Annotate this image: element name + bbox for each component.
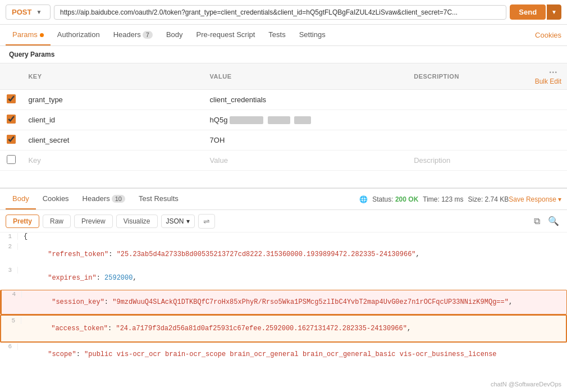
redacted-1 — [230, 116, 263, 124]
row2-key: client_id — [22, 110, 204, 130]
view-raw-button[interactable]: Raw — [43, 215, 71, 228]
method-label: POST — [12, 8, 31, 16]
col-description: DESCRIPTION — [408, 63, 522, 90]
col-actions: ··· Bulk Edit — [522, 63, 567, 90]
row2-value: hQ5g — [204, 110, 409, 130]
code-line-3: 3 "expires_in": 2592000, — [0, 266, 567, 290]
row1-check[interactable] — [0, 90, 22, 110]
row4-desc: Description — [408, 151, 522, 171]
tab-tests[interactable]: Tests — [262, 25, 292, 45]
format-select[interactable]: JSON ▾ — [161, 215, 195, 228]
redacted-3 — [294, 116, 311, 124]
view-preview-button[interactable]: Preview — [74, 215, 113, 228]
row3-check[interactable] — [0, 130, 22, 151]
row4-key: Key — [22, 151, 204, 171]
resp-tab-body[interactable]: Body — [6, 189, 36, 209]
col-key: KEY — [22, 63, 204, 90]
table-row-empty: Key Value Description — [0, 151, 567, 171]
status-info: 🌐 Status: 200 OK Time: 123 ms Size: 2.74… — [359, 195, 509, 203]
table-row: grant_type client_credentials — [0, 90, 567, 110]
code-line-5: 5 "access_token": "24.a7179f3da2d56a81d0… — [0, 314, 567, 343]
view-visualize-button[interactable]: Visualize — [116, 215, 158, 228]
chevron-down-icon: ▾ — [558, 195, 561, 203]
tab-params[interactable]: Params — [6, 25, 51, 45]
url-input[interactable] — [54, 5, 506, 20]
json-code-area: 1 { 2 "refresh_token": "25.23ab5d4a2733b… — [0, 233, 567, 359]
row1-desc — [408, 90, 522, 110]
send-arrow-button[interactable]: ▼ — [547, 4, 561, 20]
resp-tab-test-results[interactable]: Test Results — [132, 189, 185, 209]
url-bar: POST ▼ Send ▼ — [0, 0, 567, 25]
time-label: Time: 123 ms — [423, 195, 463, 203]
col-value: VALUE — [204, 63, 409, 90]
viewer-toolbar: Pretty Raw Preview Visualize JSON ▾ ⇌ ⧉ … — [0, 210, 567, 233]
row4-check[interactable] — [0, 151, 22, 171]
row3-key: client_secret — [22, 130, 204, 151]
table-row: client_id hQ5g — [0, 110, 567, 130]
tab-settings[interactable]: Settings — [292, 25, 332, 45]
wrap-button[interactable]: ⇌ — [198, 214, 215, 229]
row2-desc — [408, 110, 522, 130]
resp-tab-headers[interactable]: Headers10 — [76, 189, 132, 209]
row1-value: client_credentials — [204, 90, 409, 110]
tab-authorization[interactable]: Authorization — [51, 25, 107, 45]
code-line-6: 6 "scope": "public vis-ocr_ocr brain-ocr… — [0, 343, 567, 359]
search-button[interactable]: 🔍 — [546, 213, 561, 229]
bulk-edit-button[interactable]: Bulk Edit — [535, 78, 561, 85]
params-table: KEY VALUE DESCRIPTION ··· Bulk Edit gran… — [0, 63, 567, 171]
response-tabs-row: Body Cookies Headers10 Test Results 🌐 St… — [0, 188, 567, 210]
copy-button[interactable]: ⧉ — [532, 214, 542, 229]
query-params-label: Query Params — [0, 46, 567, 63]
watermark: chatN @SoftwareDevOps — [491, 381, 561, 388]
row2-actions — [522, 110, 567, 130]
size-label: Size: 2.74 KB — [468, 195, 509, 203]
redacted-2 — [268, 116, 290, 124]
send-button-group: Send ▼ — [510, 4, 561, 20]
status-label: Status: 200 OK — [372, 195, 418, 203]
code-line-2: 2 "refresh_token": "25.23ab5d4a2733b8d00… — [0, 243, 567, 266]
tab-headers[interactable]: Headers7 — [107, 25, 159, 45]
more-icon[interactable]: ··· — [549, 67, 557, 77]
row4-actions — [522, 151, 567, 171]
method-select[interactable]: POST ▼ — [6, 4, 51, 20]
save-response-button[interactable]: Save Response ▾ — [509, 195, 561, 203]
resp-tab-cookies[interactable]: Cookies — [36, 189, 76, 209]
view-pretty-button[interactable]: Pretty — [6, 215, 39, 228]
table-row: client_secret 7OH — [0, 130, 567, 151]
code-line-1: 1 { — [0, 233, 567, 243]
empty-space — [0, 171, 567, 188]
row3-desc — [408, 130, 522, 151]
row3-value: 7OH — [204, 130, 409, 151]
row1-actions — [522, 90, 567, 110]
row1-key: grant_type — [22, 90, 204, 110]
col-check — [0, 63, 22, 90]
request-tabs-row: Params Authorization Headers7 Body Pre-r… — [0, 25, 567, 46]
code-line-4: 4 "session_key": "9mzdWuuQ4SLAckQ1DTKBQf… — [0, 290, 567, 314]
network-icon: 🌐 — [359, 195, 368, 203]
tab-prerequest[interactable]: Pre-request Script — [190, 25, 262, 45]
tab-body[interactable]: Body — [159, 25, 190, 45]
chevron-down-icon: ▼ — [36, 9, 42, 15]
params-dot — [40, 33, 44, 37]
row2-check[interactable] — [0, 110, 22, 130]
row3-actions — [522, 130, 567, 151]
chevron-down-icon: ▾ — [186, 217, 190, 225]
cookies-button[interactable]: Cookies — [535, 25, 561, 45]
row4-value: Value — [204, 151, 409, 171]
send-button[interactable]: Send — [510, 4, 546, 20]
